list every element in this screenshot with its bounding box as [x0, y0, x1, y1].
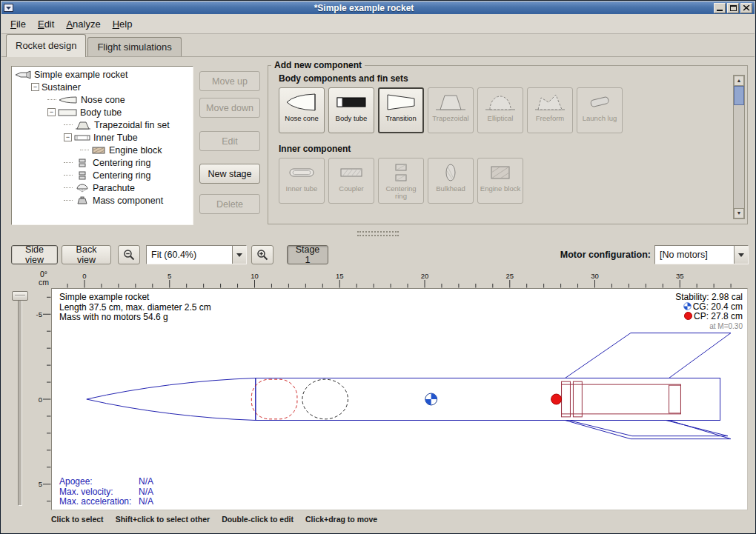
svg-text:35: 35	[676, 272, 684, 280]
centering-ring-icon	[75, 171, 90, 180]
menu-analyze[interactable]: Analyze	[60, 17, 106, 31]
zoom-out-button[interactable]	[118, 245, 140, 264]
component-button-coupler[interactable]: Coupler	[328, 158, 374, 204]
vertical-ruler: -505	[35, 288, 51, 510]
component-button-trapezoidal[interactable]: Trapezoidal	[428, 87, 474, 133]
coupler-icon	[335, 162, 368, 183]
back-view-button[interactable]: Back view	[62, 245, 111, 264]
scroll-up-icon[interactable]: ▲	[734, 76, 744, 86]
component-button-transition[interactable]: Transition	[378, 87, 424, 133]
svg-text:0: 0	[82, 272, 86, 280]
fin-icon	[75, 121, 91, 130]
zoom-select[interactable]: Fit (60.4%)	[146, 245, 247, 264]
hint-3: Double-click to edit	[222, 515, 294, 524]
new-stage-button[interactable]: New stage	[199, 164, 260, 184]
svg-text:20: 20	[421, 272, 429, 280]
tree-item-mass-component[interactable]: Mass component	[12, 194, 193, 207]
menu-help[interactable]: Help	[107, 17, 139, 31]
scrollbar-thumb[interactable]	[734, 86, 744, 105]
body-tube-icon	[58, 109, 77, 116]
magnifier-plus-icon	[256, 249, 268, 261]
component-button-bulkhead[interactable]: Bulkhead	[428, 158, 474, 204]
component-button-body-tube[interactable]: Body tube	[328, 87, 374, 133]
tab-flight-simulations[interactable]: Flight simulations	[87, 37, 181, 56]
tree-item-nose-cone[interactable]: Nose cone	[12, 93, 193, 106]
tree-connector	[47, 99, 56, 100]
minimize-button[interactable]	[714, 3, 726, 13]
component-button-centering-ring[interactable]: Centering ring	[378, 158, 424, 204]
tab-rocket-design[interactable]: Rocket design	[6, 34, 86, 57]
ruler-corner: 0° cm	[35, 270, 53, 288]
tree-expander-icon[interactable]: −	[47, 108, 56, 116]
tree-connector	[64, 200, 73, 201]
bulkhead-icon	[434, 162, 467, 183]
svg-text:-5: -5	[36, 310, 42, 318]
tree-expander-icon[interactable]: −	[31, 83, 39, 91]
rotation-slider[interactable]	[10, 290, 29, 509]
component-scrollbar[interactable]: ▲ ▼	[733, 75, 745, 219]
cg-marker	[425, 393, 437, 405]
tree-expander-icon[interactable]: −	[64, 133, 72, 141]
add-component-panel: Add new component Body components and fi…	[268, 60, 748, 224]
menu-edit[interactable]: Edit	[32, 17, 60, 31]
inner-tube-icon	[74, 134, 90, 141]
component-button-inner-tube[interactable]: Inner tube	[279, 158, 325, 204]
engine-block-icon	[91, 147, 106, 154]
tree-connector	[64, 187, 73, 188]
rocket-canvas[interactable]: Simple example rocket Length 37.5 cm, ma…	[51, 288, 748, 510]
tree-item-parachute[interactable]: Parachute	[12, 181, 193, 194]
component-button-nose-cone[interactable]: Nose cone	[279, 87, 325, 133]
tree-connector	[64, 162, 73, 163]
maximize-button[interactable]	[727, 3, 739, 13]
flight-stat-row: Max. acceleration:N/A	[59, 497, 153, 507]
tree-item-inner-tube[interactable]: −Inner Tube	[12, 131, 193, 144]
component-button-elliptical[interactable]: Elliptical	[477, 87, 523, 133]
hint-1: Click to select	[51, 515, 104, 524]
scroll-down-icon[interactable]: ▼	[734, 208, 744, 218]
chevron-down-icon[interactable]	[734, 246, 748, 264]
titlebar[interactable]: *Simple example rocket	[1, 1, 755, 14]
component-button-freeform[interactable]: Freeform	[527, 87, 573, 133]
tree-item-body-tube[interactable]: −Body tube	[12, 106, 193, 119]
move-up-button[interactable]: Move up	[199, 71, 260, 91]
tab-bar: Rocket designFlight simulations	[1, 34, 755, 57]
slider-track	[18, 293, 22, 506]
tree-item-engine-block[interactable]: Engine block	[12, 144, 193, 156]
svg-text:10: 10	[251, 272, 259, 280]
move-down-button[interactable]: Move down	[199, 98, 260, 118]
tree-item-centering-ring[interactable]: Centering ring	[12, 169, 193, 181]
delete-button[interactable]: Delete	[199, 194, 260, 214]
body-tube-icon	[335, 92, 368, 113]
side-view-button[interactable]: Side view	[11, 245, 58, 264]
section-label-body-components-and-fin-sets: Body components and fin sets	[279, 73, 747, 84]
inner-tube-icon	[285, 162, 318, 183]
close-button[interactable]	[740, 3, 752, 13]
splitter-handle[interactable]	[1, 229, 755, 242]
chevron-down-icon[interactable]	[232, 246, 246, 264]
transition-icon	[385, 92, 417, 113]
flight-stats: Apogee:N/AMax. velocity:N/AMax. accelera…	[59, 477, 153, 507]
cg-icon	[683, 302, 692, 310]
menu-file[interactable]: File	[4, 17, 32, 31]
edit-button[interactable]: Edit	[199, 131, 260, 151]
tree-item-simple-example-rocket[interactable]: Simple example rocket	[12, 68, 193, 81]
component-tree[interactable]: Simple example rocket−SustainerNose cone…	[11, 66, 193, 225]
flight-stat-row: Apogee:N/A	[59, 477, 153, 487]
slider-handle[interactable]	[12, 291, 28, 301]
tree-connector	[64, 175, 73, 176]
zoom-in-button[interactable]	[251, 245, 273, 264]
tree-item-trapezoidal-fin-set[interactable]: Trapezoidal fin set	[12, 119, 193, 131]
tree-item-centering-ring[interactable]: Centering ring	[12, 156, 193, 169]
motor-configuration-select[interactable]: [No motors]	[654, 245, 749, 264]
tree-item-sustainer[interactable]: −Sustainer	[12, 81, 193, 93]
window-menu-icon[interactable]	[4, 4, 14, 13]
horizontal-ruler: 05101520253035	[51, 272, 748, 288]
svg-text:25: 25	[505, 272, 514, 280]
add-component-sections: Body components and fin setsNose coneBod…	[268, 73, 747, 204]
hint-bar: Click to selectShift+click to select oth…	[51, 515, 752, 524]
component-button-launch-lug[interactable]: Launch lug	[577, 87, 623, 133]
stage-1-toggle[interactable]: Stage 1	[287, 245, 328, 264]
view-toolbar: Side view Back view Fit (60.4%) Stage 1 …	[1, 244, 755, 267]
svg-text:30: 30	[591, 272, 599, 280]
component-button-engine-block[interactable]: Engine block	[477, 158, 523, 204]
